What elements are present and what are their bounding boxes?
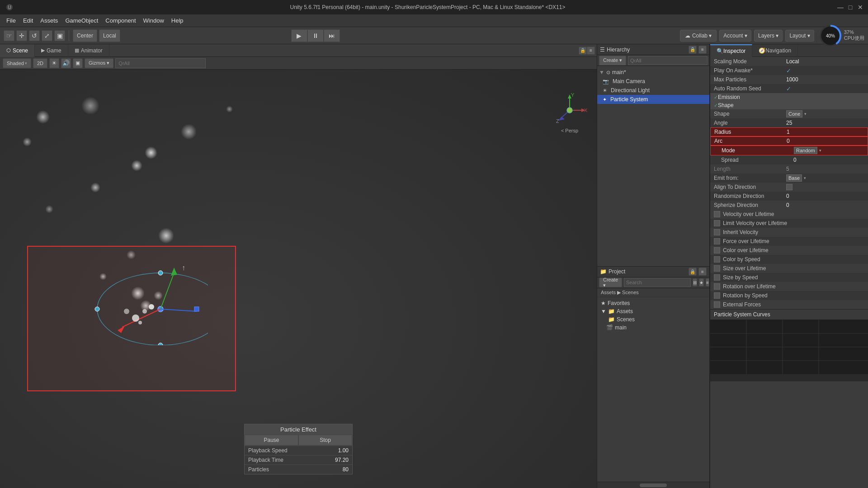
emit-from-select[interactable]: Base ▾ [786,174,806,182]
hand-tool[interactable]: ☞ [4,30,14,41]
randomize-direction-value[interactable]: 0 [786,193,864,199]
optional-module-checkbox-9[interactable] [714,292,720,299]
spherize-direction-value[interactable]: 0 [786,202,864,208]
optional-module-checkbox-7[interactable] [714,274,720,281]
auto-random-seed-check[interactable]: ✓ [786,85,791,92]
account-label: Account ▾ [723,33,747,39]
optional-module-checkbox-3[interactable] [714,238,720,244]
menu-edit[interactable]: Edit [19,16,37,25]
optional-module-2: Inherit Velocity [710,228,868,237]
radius-row: Radius 1 [710,127,868,136]
project-assets-folder[interactable]: ▼ 📁 Assets [599,307,708,315]
optional-module-5: Color by Speed [710,255,868,264]
tab-scene[interactable]: ⬡ Scene [0,44,35,57]
project-main-file[interactable]: 🎬 main [599,324,708,332]
optional-module-checkbox-10[interactable] [714,301,720,308]
move-tool[interactable]: ✛ [16,30,27,41]
gizmos-dropdown[interactable]: Gizmos ▾ [85,58,113,68]
pause-button[interactable]: Pause [245,435,298,446]
hierarchy-search-input[interactable] [628,56,708,65]
2d-button[interactable]: 2D [33,58,47,68]
play-on-awake-check[interactable]: ✓ [786,67,791,74]
game-tab-label: Game [47,47,61,54]
shape-section-header[interactable]: Shape [710,101,868,109]
hierarchy-menu-btn[interactable]: ≡ [698,46,707,54]
project-icon-btn-3[interactable]: ≡ [706,278,709,286]
project-create-btn[interactable]: Create ▾ [599,277,622,287]
optional-module-checkbox-1[interactable] [714,220,720,226]
align-to-direction-checkbox[interactable] [786,184,793,190]
project-menu-btn[interactable]: ≡ [698,267,707,276]
play-button[interactable]: ▶ [291,29,307,42]
collab-button[interactable]: ☁ Collab ▾ [680,30,717,42]
scene-menu-button[interactable]: ≡ [587,47,595,55]
project-scrollbar[interactable] [597,482,709,488]
hierarchy-create-btn[interactable]: Create ▾ [599,56,626,66]
scene-search-input[interactable] [115,58,206,68]
tab-navigation[interactable]: 🧭 Navigation [752,44,798,57]
hierarchy-lock-btn[interactable]: 🔒 [689,46,697,54]
mode-arrow: ▾ [819,148,821,153]
mode-select-value[interactable]: Random [794,147,817,154]
persp-label[interactable]: < Persp [552,128,588,133]
arc-value[interactable]: 0 [787,138,864,144]
lighting-toggle[interactable]: ☀ [49,58,59,68]
maximize-button[interactable]: □ [847,4,854,10]
radius-value[interactable]: 1 [787,129,864,135]
menu-component[interactable]: Component [102,16,139,25]
svg-marker-28 [558,117,565,121]
auto-random-seed-label: Auto Random Seed [714,85,786,92]
tab-inspector[interactable]: 🔍 Inspector [710,44,752,57]
center-button[interactable]: Center [73,29,97,42]
optional-module-checkbox-0[interactable] [714,211,720,217]
length-value[interactable]: 5 [786,166,864,172]
project-icon-btn-2[interactable]: ★ [699,278,704,286]
scale-tool[interactable]: ⤢ [42,30,52,41]
menu-assets[interactable]: Assets [37,16,61,25]
minimize-button[interactable]: — [837,4,844,10]
stop-button[interactable]: Stop [298,435,352,446]
audio-toggle[interactable]: 🔊 [61,58,71,68]
menu-help[interactable]: Help [168,16,187,25]
project-scenes-folder[interactable]: 📁 Scenes [599,315,708,324]
tab-animator[interactable]: ▦ Animator [68,44,109,57]
project-scrollbar-thumb[interactable] [640,483,667,487]
close-button[interactable]: ✕ [857,4,863,10]
rotate-tool[interactable]: ↺ [29,30,40,41]
shape-select-value[interactable]: Cone [786,110,802,117]
step-button[interactable]: ⏭ [324,29,340,42]
menu-gameobject[interactable]: GameObject [61,16,102,25]
emission-section-header[interactable]: Emission [710,93,868,101]
layers-button[interactable]: Layers ▾ [754,30,783,42]
mode-select[interactable]: Random ▾ [794,147,821,154]
spread-value[interactable]: 0 [793,157,864,163]
optional-module-checkbox-6[interactable] [714,265,720,272]
hier-item-light[interactable]: ☀ Directional Light [597,86,709,95]
rect-tool[interactable]: ▣ [54,30,65,41]
project-lock-btn[interactable]: 🔒 [689,267,697,276]
tab-game[interactable]: ▶ Game [35,44,68,57]
scene-lock-button[interactable]: 🔒 [579,47,587,55]
local-button[interactable]: Local [99,29,120,42]
optional-module-label-7: Size by Speed [723,274,758,281]
optional-module-checkbox-5[interactable] [714,256,720,263]
hier-item-main[interactable]: ▼ ⊙ main* [597,68,709,77]
layout-button[interactable]: Layout ▾ [785,30,814,42]
emit-from-value[interactable]: Base [786,174,802,182]
shaded-dropdown[interactable]: Shaded ▾ [3,58,31,68]
angle-value[interactable]: 25 [786,120,864,126]
optional-module-checkbox-8[interactable] [714,283,720,290]
pause-button[interactable]: ⏸ [307,29,324,42]
effects-toggle[interactable]: ▣ [73,58,83,68]
shape-select[interactable]: Cone ▾ [786,110,807,117]
project-favorites[interactable]: ★ Favorites [599,299,708,307]
menu-window[interactable]: Window [140,16,168,25]
project-search-input[interactable] [624,278,691,287]
hier-item-camera[interactable]: 📷 Main Camera [597,77,709,86]
optional-module-checkbox-4[interactable] [714,247,720,253]
menu-file[interactable]: File [3,16,19,25]
optional-module-checkbox-2[interactable] [714,229,720,235]
account-button[interactable]: Account ▾ [719,30,751,42]
hier-item-particle[interactable]: ✦ Particle System [597,95,709,104]
project-icon-btn-1[interactable]: ⊞ [693,278,697,286]
